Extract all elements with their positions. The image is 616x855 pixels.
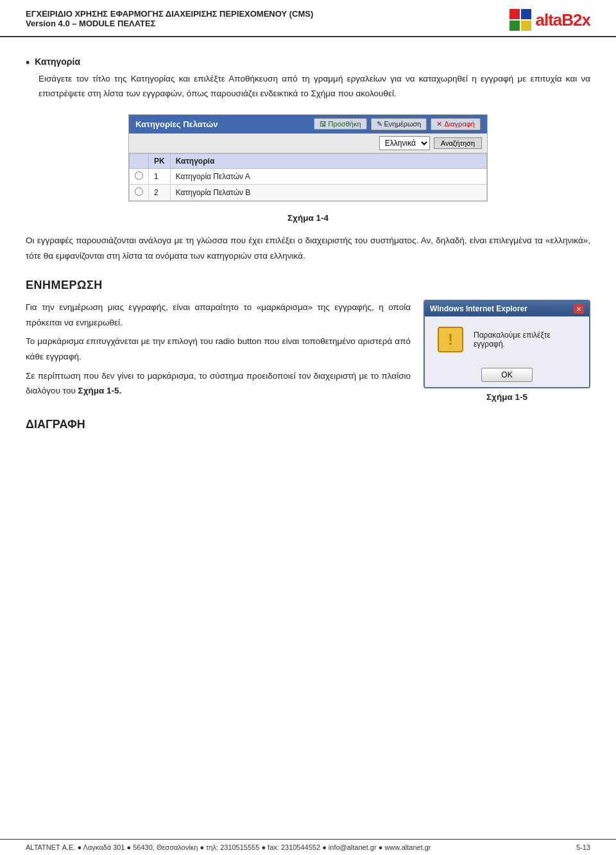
footer-page: 5-13 — [576, 843, 590, 851]
ui-title-text: Κατηγορίες Πελατών — [135, 119, 218, 129]
edit-icon: ✎ — [377, 120, 382, 128]
bullet-dot: • — [26, 56, 30, 68]
table-header-row: ΡΚ Κατηγορία — [130, 153, 487, 168]
figure2-caption: Σχήμα 1-5 — [424, 392, 590, 402]
footer-separator4: ● — [261, 843, 268, 851]
logo-b2x: B2x — [561, 10, 590, 30]
logo-alta: alta — [535, 10, 561, 30]
footer-separator3: ● — [200, 843, 206, 851]
footer-separator1: ● — [78, 843, 83, 851]
ie-warning-icon: ! — [438, 327, 463, 352]
ie-dialog: Windows Internet Explorer ✕ ! Παρακαλούμ… — [424, 300, 590, 388]
search-button-label: Αναζήτηση — [441, 139, 475, 147]
footer-postal: 56430, Θεσσαλονίκη — [133, 843, 198, 851]
header-text-block: ΕΓΧΕΙΡΙΔΙΟ ΧΡΗΣΗΣ ΕΦΑΡΜΟΓΗΣ ΔΙΑΧΕΙΡΙΣΗΣ … — [26, 9, 509, 28]
ui-add-label: Προσθήκη — [329, 120, 361, 128]
ui-title-bar-buttons: 🖫 Προσθήκη ✎ Ενημέρωση ✕ Διαγραφή — [314, 118, 481, 130]
ie-ok-button[interactable]: OK — [481, 368, 532, 382]
ui-edit-label: Ενημέρωση — [384, 120, 422, 128]
enimerosi-text3-bold: Σχήμα 1-5. — [78, 386, 122, 395]
ie-dialog-body: ! Παρακαλούμε επιλέξτε εγγραφή. — [425, 316, 589, 363]
footer-separator2: ● — [126, 843, 133, 851]
ie-dialog-footer: OK — [425, 363, 589, 387]
logo-area: altaB2x — [509, 9, 590, 31]
main-content: • Κατηγορία Εισάγετε τον τίτλο της Κατηγ… — [0, 37, 616, 449]
logo-sq-blue — [521, 9, 531, 19]
ie-dialog-close-button[interactable]: ✕ — [574, 304, 584, 314]
text-block-1: Οι εγγραφές παρουσιάζονται ανάλογα με τη… — [26, 233, 590, 263]
row-category: Κατηγορία Πελατών Β — [170, 184, 486, 200]
row-pk: 2 — [149, 184, 171, 200]
add-icon: 🖫 — [320, 120, 327, 128]
logo-text: altaB2x — [535, 10, 590, 30]
row-radio[interactable] — [130, 184, 149, 200]
delete-icon: ✕ — [436, 120, 442, 128]
col-radio — [130, 153, 149, 168]
ui-edit-button[interactable]: ✎ Ενημέρωση — [371, 118, 427, 130]
logo-sq-red — [509, 9, 520, 19]
enimerosi-text3: Σε περίπτωση που δεν γίνει το μαρκάρισμα… — [26, 368, 411, 399]
ui-delete-label: Διαγραφή — [444, 120, 475, 128]
footer-info: ALTATNET Α.Ε. ● Λαγκαδά 301 ● 56430, Θεσ… — [26, 843, 431, 851]
enimerosi-two-col: Για την ενημέρωση μιας εγγραφής, είναι α… — [26, 300, 590, 405]
bullet-paragraph: Εισάγετε τον τίτλο της Κατηγορίας και επ… — [38, 72, 590, 101]
ie-dialog-titlebar: Windows Internet Explorer ✕ — [425, 301, 589, 316]
row-pk: 1 — [149, 168, 171, 184]
figure1-caption: Σχήμα 1-4 — [26, 213, 590, 223]
footer-email: info@altanet.gr — [329, 843, 377, 851]
bullet-section: • Κατηγορία Εισάγετε τον τίτλο της Κατηγ… — [26, 56, 590, 101]
footer-website: www.altanet.gr — [384, 843, 431, 851]
table-row: 1 Κατηγορία Πελατών Α — [130, 168, 487, 184]
row-radio[interactable] — [130, 168, 149, 184]
footer-company: ALTATNET Α.Ε. — [26, 843, 75, 851]
ui-toolbar: Ελληνικά Αναζήτηση — [129, 134, 487, 153]
col-pk-header: ΡΚ — [149, 153, 171, 168]
enimerosi-left: Για την ενημέρωση μιας εγγραφής, είναι α… — [26, 300, 411, 405]
page-footer: ALTATNET Α.Ε. ● Λαγκαδά 301 ● 56430, Θεσ… — [0, 839, 616, 855]
footer-tel: τηλ: 2310515555 — [206, 843, 259, 851]
enimerosi-heading: ΕΝΗΜΕΡΩΣΗ — [26, 279, 590, 292]
footer-separator5: ● — [322, 843, 329, 851]
footer-separator6: ● — [379, 843, 385, 851]
ie-ok-label: OK — [501, 370, 512, 379]
row-category: Κατηγορία Πελατών Α — [170, 168, 486, 184]
footer-fax: fax: 2310544552 — [268, 843, 320, 851]
ie-dialog-title: Windows Internet Explorer — [430, 304, 527, 313]
ie-dialog-message: Παρακαλούμε επιλέξτε εγγραφή. — [474, 331, 576, 349]
bullet-heading: • Κατηγορία — [26, 56, 590, 68]
header-subtitle: Version 4.0 – MODULE ΠΕΛΑΤΕΣ — [26, 19, 509, 28]
footer-address: Λαγκαδά 301 — [83, 843, 125, 851]
logo-sq-yellow — [521, 21, 531, 31]
ui-add-button[interactable]: 🖫 Προσθήκη — [314, 118, 367, 130]
enimerosi-text1: Για την ενημέρωση μιας εγγραφής, είναι α… — [26, 300, 411, 330]
search-button[interactable]: Αναζήτηση — [434, 137, 482, 149]
ui-screenshot: Κατηγορίες Πελατών 🖫 Προσθήκη ✎ Ενημέρωσ… — [128, 114, 488, 202]
page-header: ΕΓΧΕΙΡΙΔΙΟ ΧΡΗΣΗΣ ΕΦΑΡΜΟΓΗΣ ΔΙΑΧΕΙΡΙΣΗΣ … — [0, 0, 616, 37]
logo-sq-green — [509, 21, 520, 31]
ui-delete-button[interactable]: ✕ Διαγραφή — [431, 118, 481, 130]
ui-table: ΡΚ Κατηγορία 1 Κατηγορία Πελατών Α 2 Κατ… — [129, 153, 487, 201]
bullet-heading-text: Κατηγορία — [35, 56, 80, 67]
table-row: 2 Κατηγορία Πελατών Β — [130, 184, 487, 200]
enimerosi-text2: Το μαρκάρισμα επιτυγχάνεται με την επιλο… — [26, 334, 411, 364]
col-category-header: Κατηγορία — [170, 153, 486, 168]
ui-title-bar: Κατηγορίες Πελατών 🖫 Προσθήκη ✎ Ενημέρωσ… — [129, 115, 487, 134]
language-select[interactable]: Ελληνικά — [379, 136, 430, 150]
header-title: ΕΓΧΕΙΡΙΔΙΟ ΧΡΗΣΗΣ ΕΦΑΡΜΟΓΗΣ ΔΙΑΧΕΙΡΙΣΗΣ … — [26, 9, 509, 19]
enimerosi-right: Windows Internet Explorer ✕ ! Παρακαλούμ… — [424, 300, 590, 402]
diagrafi-heading: ΔΙΑΓΡΑΦΗ — [26, 418, 590, 431]
logo-squares — [509, 9, 531, 31]
